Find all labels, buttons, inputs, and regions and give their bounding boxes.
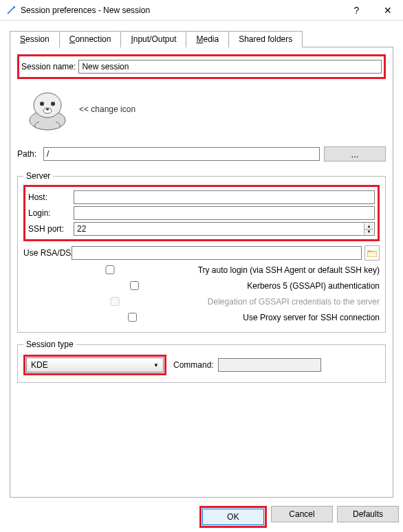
tab-shared[interactable]: Shared folders bbox=[228, 31, 303, 47]
session-type-legend: Session type bbox=[23, 340, 76, 349]
command-label: Command: bbox=[173, 360, 214, 370]
cancel-button[interactable]: Cancel bbox=[271, 506, 333, 522]
host-label: Host: bbox=[28, 191, 71, 203]
proxy-checkbox[interactable]: Use Proxy server for SSH connection bbox=[23, 311, 380, 324]
highlight-ok: OK bbox=[199, 506, 267, 528]
svg-rect-6 bbox=[367, 252, 377, 257]
session-name-label: Session name: bbox=[21, 60, 76, 73]
server-legend: Server bbox=[23, 171, 53, 181]
highlight-server-fields: Host: Login: SSH port: 22 ▲▼ bbox=[23, 185, 380, 241]
tab-media[interactable]: Media bbox=[186, 31, 229, 47]
svg-point-3 bbox=[51, 102, 55, 106]
login-label: Login: bbox=[28, 207, 71, 219]
session-type-combo[interactable]: KDE bbox=[26, 357, 164, 373]
session-type-group: Session type KDE Command: bbox=[17, 340, 386, 383]
window-title: Session preferences - New session bbox=[21, 5, 341, 15]
path-input[interactable] bbox=[43, 147, 320, 161]
login-input[interactable] bbox=[74, 206, 375, 220]
ok-button[interactable]: OK bbox=[202, 509, 264, 525]
rsa-label: Use RSA/DSA key for ssh connection: bbox=[23, 247, 66, 259]
host-input[interactable] bbox=[74, 190, 375, 204]
path-browse-button[interactable]: ... bbox=[324, 146, 386, 162]
help-button[interactable]: ? bbox=[341, 0, 372, 21]
highlight-session-type: KDE bbox=[23, 355, 166, 375]
dialog-buttons: OK Cancel Defaults bbox=[199, 506, 399, 528]
sshport-input[interactable]: 22 ▲▼ bbox=[74, 222, 375, 236]
tab-io[interactable]: Input/Output bbox=[120, 31, 186, 47]
rsa-key-input[interactable] bbox=[72, 246, 362, 260]
auto-login-checkbox[interactable]: Try auto login (via SSH Agent or default… bbox=[23, 263, 380, 276]
tab-connection[interactable]: Connection bbox=[59, 31, 122, 47]
highlight-session-name: Session name: bbox=[17, 54, 386, 79]
sshport-spinner[interactable]: ▲▼ bbox=[364, 223, 373, 234]
title-bar: Session preferences - New session ? ✕ bbox=[0, 0, 403, 21]
tab-session[interactable]: Session bbox=[10, 31, 60, 47]
delegation-checkbox: Delegation of GSSAPI credentials to the … bbox=[23, 295, 380, 308]
session-name-input[interactable] bbox=[78, 60, 382, 74]
kerberos-checkbox[interactable]: Kerberos 5 (GSSAPI) authentication bbox=[23, 279, 380, 292]
folder-icon bbox=[367, 249, 377, 257]
command-input bbox=[218, 358, 321, 372]
rsa-browse-button[interactable] bbox=[364, 245, 380, 261]
server-group: Server Host: Login: SSH port: 22 ▲▼ bbox=[17, 171, 386, 333]
svg-point-2 bbox=[40, 102, 44, 106]
defaults-button[interactable]: Defaults bbox=[337, 506, 399, 522]
svg-point-1 bbox=[34, 93, 61, 118]
app-icon bbox=[6, 5, 17, 16]
sshport-label: SSH port: bbox=[28, 223, 71, 235]
svg-point-5 bbox=[46, 109, 49, 111]
session-icon[interactable] bbox=[25, 87, 69, 131]
tab-bar: Session Connection Input/Output Media Sh… bbox=[10, 30, 393, 47]
path-label: Path: bbox=[17, 148, 36, 160]
change-icon-link[interactable]: << change icon bbox=[79, 104, 135, 114]
close-button[interactable]: ✕ bbox=[372, 0, 403, 21]
session-panel: Session name: << change icon Path: ... bbox=[10, 47, 393, 498]
